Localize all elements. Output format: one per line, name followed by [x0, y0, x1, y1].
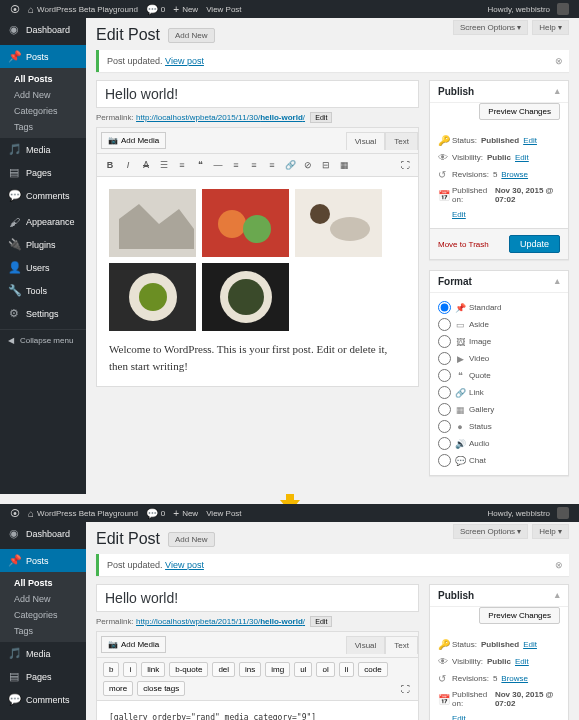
menu-posts[interactable]: 📌Posts — [0, 45, 86, 68]
format-box-header[interactable]: Format▴ — [430, 271, 568, 293]
format-radio[interactable] — [438, 352, 451, 365]
qt-li-button[interactable]: li — [339, 662, 355, 677]
edit-permalink-button[interactable]: Edit — [310, 112, 332, 123]
format-radio[interactable] — [438, 420, 451, 433]
edit-visibility-link[interactable]: Edit — [515, 657, 529, 666]
visual-tab[interactable]: Visual — [346, 636, 386, 654]
text-tab[interactable]: Text — [385, 636, 418, 654]
preview-changes-button[interactable]: Preview Changes — [479, 607, 560, 624]
menu-users[interactable]: 👤Users — [0, 256, 86, 279]
add-media-button[interactable]: 📷Add Media — [101, 636, 166, 653]
dismiss-notice-icon[interactable]: ⊗ — [555, 560, 563, 570]
edit-visibility-link[interactable]: Edit — [515, 153, 529, 162]
menu-media[interactable]: 🎵Media — [0, 642, 86, 665]
format-radio[interactable] — [438, 335, 451, 348]
howdy-account[interactable]: Howdy, webbistro — [483, 3, 573, 15]
submenu-categories[interactable]: Categories — [0, 103, 86, 119]
help-tab[interactable]: Help ▾ — [532, 20, 569, 35]
view-post-link[interactable]: View Post — [202, 509, 245, 518]
bullet-list-button[interactable]: ☰ — [156, 157, 172, 173]
text-tab[interactable]: Text — [385, 132, 418, 150]
format-option-quote[interactable]: ❝Quote — [438, 367, 560, 384]
menu-appearance[interactable]: 🖌Appearance — [0, 211, 86, 233]
publish-box-header[interactable]: Publish▴ — [430, 81, 568, 103]
gallery-image[interactable] — [202, 189, 289, 257]
gallery-image[interactable] — [109, 263, 196, 331]
update-button[interactable]: Update — [509, 235, 560, 253]
move-to-trash-link[interactable]: Move to Trash — [438, 240, 489, 249]
qt-close-tags-button[interactable]: close tags — [137, 681, 185, 696]
menu-settings[interactable]: ⚙Settings — [0, 302, 86, 325]
submenu-tags[interactable]: Tags — [0, 119, 86, 135]
permalink-url[interactable]: http://localhost/wpbeta/2015/11/30/hello… — [136, 113, 305, 122]
qt-ol-button[interactable]: ol — [316, 662, 334, 677]
format-option-gallery[interactable]: ▦Gallery — [438, 401, 560, 418]
wp-logo[interactable]: ⦿ — [6, 4, 24, 15]
edit-status-link[interactable]: Edit — [523, 136, 537, 145]
strike-button[interactable]: A̶ — [138, 157, 154, 173]
menu-pages[interactable]: ▤Pages — [0, 665, 86, 688]
site-name[interactable]: ⌂WordPress Beta Playground — [24, 4, 142, 15]
new-content[interactable]: +New — [169, 4, 202, 15]
hr-button[interactable]: — — [210, 157, 226, 173]
format-radio[interactable] — [438, 386, 451, 399]
format-option-aside[interactable]: ▭Aside — [438, 316, 560, 333]
align-left-button[interactable]: ≡ — [228, 157, 244, 173]
view-post-link[interactable]: View Post — [202, 5, 245, 14]
view-post-link-notice[interactable]: View post — [165, 56, 204, 66]
qt-img-button[interactable]: img — [265, 662, 290, 677]
qt-ul-button[interactable]: ul — [294, 662, 312, 677]
menu-dashboard[interactable]: ◉Dashboard — [0, 18, 86, 41]
menu-dashboard[interactable]: ◉Dashboard — [0, 522, 86, 545]
permalink-url[interactable]: http://localhost/wpbeta/2015/11/30/hello… — [136, 617, 305, 626]
post-title-input[interactable] — [96, 80, 419, 108]
format-option-chat[interactable]: 💬Chat — [438, 452, 560, 469]
menu-tools[interactable]: 🔧Tools — [0, 279, 86, 302]
align-center-button[interactable]: ≡ — [246, 157, 262, 173]
edit-permalink-button[interactable]: Edit — [310, 616, 332, 627]
italic-button[interactable]: I — [120, 157, 136, 173]
help-tab[interactable]: Help ▾ — [532, 524, 569, 539]
menu-plugins[interactable]: 🔌Plugins — [0, 233, 86, 256]
howdy-account[interactable]: Howdy, webbistro — [483, 507, 573, 519]
publish-box-header[interactable]: Publish▴ — [430, 585, 568, 607]
edit-status-link[interactable]: Edit — [523, 640, 537, 649]
format-radio[interactable] — [438, 318, 451, 331]
add-new-button[interactable]: Add New — [168, 532, 214, 547]
align-right-button[interactable]: ≡ — [264, 157, 280, 173]
collapse-menu[interactable]: ◀Collapse menu — [0, 329, 86, 351]
qt-link-button[interactable]: link — [141, 662, 165, 677]
qt-i-button[interactable]: i — [123, 662, 137, 677]
more-button[interactable]: ⊟ — [318, 157, 334, 173]
submenu-add-new[interactable]: Add New — [0, 87, 86, 103]
fullscreen-button[interactable]: ⛶ — [397, 681, 413, 697]
qt-ins-button[interactable]: ins — [239, 662, 261, 677]
submenu-add-new[interactable]: Add New — [0, 591, 86, 607]
format-radio[interactable] — [438, 403, 451, 416]
format-radio[interactable] — [438, 437, 451, 450]
submenu-all-posts[interactable]: All Posts — [0, 575, 86, 591]
format-option-audio[interactable]: 🔊Audio — [438, 435, 560, 452]
submenu-all-posts[interactable]: All Posts — [0, 71, 86, 87]
browse-revisions-link[interactable]: Browse — [501, 170, 528, 179]
view-post-link-notice[interactable]: View post — [165, 560, 204, 570]
text-editor[interactable]: [gallery orderby="rand" media_category="… — [96, 701, 419, 720]
menu-pages[interactable]: ▤Pages — [0, 161, 86, 184]
submenu-categories[interactable]: Categories — [0, 607, 86, 623]
preview-changes-button[interactable]: Preview Changes — [479, 103, 560, 120]
format-radio[interactable] — [438, 454, 451, 467]
site-name[interactable]: ⌂WordPress Beta Playground — [24, 508, 142, 519]
submenu-tags[interactable]: Tags — [0, 623, 86, 639]
kitchen-sink-button[interactable]: ▦ — [336, 157, 352, 173]
format-option-link[interactable]: 🔗Link — [438, 384, 560, 401]
qt-del-button[interactable]: del — [212, 662, 235, 677]
wp-logo[interactable]: ⦿ — [6, 508, 24, 519]
browse-revisions-link[interactable]: Browse — [501, 674, 528, 683]
menu-comments[interactable]: 💬Comments — [0, 184, 86, 207]
edit-date-link[interactable]: Edit — [452, 210, 466, 219]
number-list-button[interactable]: ≡ — [174, 157, 190, 173]
format-option-status[interactable]: ●Status — [438, 418, 560, 435]
menu-appearance[interactable]: 🖌Appearance — [0, 715, 86, 720]
format-option-video[interactable]: ▶Video — [438, 350, 560, 367]
fullscreen-button[interactable]: ⛶ — [397, 157, 413, 173]
